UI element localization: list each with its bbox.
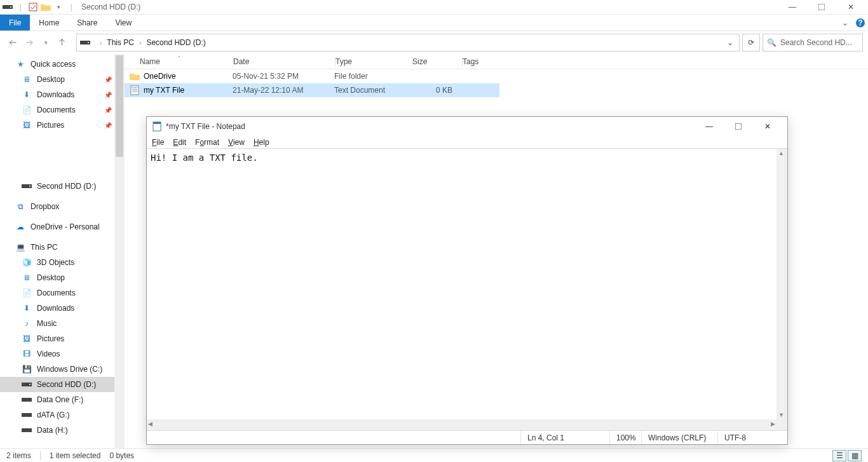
menu-format[interactable]: Format [195, 138, 219, 147]
minimize-button[interactable]: ― [695, 117, 724, 136]
ribbon: File Home Share View ⌄ ? [0, 15, 868, 31]
tab-view[interactable]: View [106, 15, 140, 31]
pin-icon: 📌 [104, 92, 112, 99]
sidebar-item-desktop[interactable]: 🖥Desktop [0, 270, 125, 285]
status-cursor-pos: Ln 4, Col 1 [520, 431, 609, 444]
col-size[interactable]: Size [412, 57, 462, 66]
sidebar-item-second-hdd[interactable]: Second HDD (D:) [0, 179, 125, 194]
file-date: 05-Nov-21 5:32 PM [233, 72, 334, 81]
search-input[interactable]: 🔍 Search Second HD... [763, 34, 863, 51]
maximize-button[interactable] [807, 0, 836, 15]
help-icon[interactable]: ? [853, 15, 868, 31]
table-row[interactable]: OneDrive 05-Nov-21 5:32 PM File folder [125, 69, 499, 83]
sidebar-item-documents[interactable]: 📄Documents📌 [0, 102, 125, 118]
qat-properties-icon[interactable] [28, 2, 38, 12]
view-details-button[interactable]: ☰ [832, 450, 846, 461]
nav-back-button[interactable]: 🡠 [5, 35, 20, 50]
tab-file[interactable]: File [0, 15, 30, 31]
sidebar-item-label: Second HDD (D:) [37, 182, 96, 191]
col-name[interactable]: Name˄ [140, 57, 233, 66]
close-button[interactable]: ✕ [836, 0, 865, 15]
sidebar-quick-access[interactable]: ★ Quick access [0, 57, 125, 72]
sidebar-item-label: Pictures [37, 334, 64, 343]
nav-tree: ★ Quick access 🖥Desktop📌 ⬇Downloads📌 📄Do… [0, 54, 125, 448]
breadcrumb-drive[interactable]: Second HDD (D:) [145, 38, 207, 47]
sidebar-item-label: Desktop [37, 273, 65, 282]
music-icon: ♪ [22, 318, 32, 329]
breadcrumb-sep[interactable]: › [96, 39, 105, 46]
sidebar-item-data-g[interactable]: dATA (G:) [0, 407, 125, 423]
resize-grip[interactable] [776, 419, 787, 430]
nav-up-button[interactable]: 🡡 [55, 35, 70, 50]
sidebar-item-downloads[interactable]: ⬇Downloads [0, 301, 125, 316]
sidebar-item-windows-drive[interactable]: 💾Windows Drive (C:) [0, 362, 125, 377]
sidebar-item-dropbox[interactable]: ⧉Dropbox [0, 199, 125, 214]
menu-edit[interactable]: Edit [173, 138, 186, 147]
svg-rect-3 [818, 4, 825, 10]
sidebar-item-label: Documents [37, 289, 76, 297]
svg-rect-7 [88, 42, 89, 43]
sidebar-item-pictures[interactable]: 🖼Pictures [0, 331, 125, 346]
notepad-text[interactable]: Hi! I am a TXT file. [151, 153, 776, 419]
qat-folder-icon[interactable] [41, 2, 51, 12]
status-zoom: 100% [609, 431, 641, 444]
sidebar-item-second-hdd[interactable]: Second HDD (D:) [0, 377, 125, 392]
view-large-button[interactable]: ▦ [848, 450, 862, 461]
sidebar-item-downloads[interactable]: ⬇Downloads📌 [0, 87, 125, 102]
notepad-window: *my TXT File - Notepad ― ✕ File Edit For… [146, 116, 788, 445]
document-icon: 📄 [22, 105, 32, 115]
menu-view[interactable]: View [228, 138, 245, 147]
address-dropdown-icon[interactable]: ⌄ [724, 38, 736, 47]
download-icon: ⬇ [22, 303, 32, 313]
col-type[interactable]: Type [336, 57, 412, 66]
sidebar-item-videos[interactable]: 🎞Videos [0, 346, 125, 362]
sidebar-item-pictures[interactable]: 🖼Pictures📌 [0, 118, 125, 133]
column-headers[interactable]: Name˄ Date Type Size Tags [125, 54, 868, 69]
svg-rect-11 [29, 384, 31, 385]
notepad-vscrollbar[interactable] [776, 149, 787, 419]
qat-dropdown-icon[interactable]: ▾ [53, 2, 64, 12]
notepad-hscrollbar[interactable] [147, 419, 776, 430]
drive-icon [22, 395, 32, 405]
col-tags[interactable]: Tags [463, 57, 868, 66]
download-icon: ⬇ [22, 90, 32, 100]
maximize-button[interactable] [724, 117, 753, 136]
nav-forward-button[interactable]: 🡢 [22, 35, 37, 50]
sidebar-item-label: Downloads [37, 304, 74, 313]
drive-icon [79, 37, 91, 48]
sidebar-item-label: Desktop [37, 75, 65, 84]
status-encoding: UTF-8 [717, 431, 787, 444]
notepad-editor[interactable]: Hi! I am a TXT file. [147, 149, 787, 430]
cube-icon: 🧊 [22, 257, 32, 268]
close-button[interactable]: ✕ [753, 117, 782, 136]
menu-file[interactable]: File [152, 138, 164, 147]
tab-home[interactable]: Home [30, 15, 68, 31]
col-date[interactable]: Date [233, 57, 335, 66]
tab-share[interactable]: Share [68, 15, 106, 31]
sidebar-item-data-one[interactable]: Data One (F:) [0, 392, 125, 407]
notepad-icon [152, 121, 162, 132]
nav-recent-dropdown[interactable]: ▾ [38, 35, 53, 50]
sidebar-item-desktop[interactable]: 🖥Desktop📌 [0, 72, 125, 87]
sidebar-item-documents[interactable]: 📄Documents [0, 285, 125, 301]
breadcrumb-this-pc[interactable]: This PC [105, 38, 135, 47]
picture-icon: 🖼 [22, 334, 32, 344]
address-bar[interactable]: › This PC › Second HDD (D:) ⌄ [76, 34, 740, 51]
sidebar-item-music[interactable]: ♪Music [0, 316, 125, 331]
breadcrumb-sep[interactable]: › [135, 39, 145, 46]
drive-icon [22, 425, 32, 435]
sidebar-item-3d-objects[interactable]: 🧊3D Objects [0, 255, 125, 270]
minimize-button[interactable]: ― [778, 0, 807, 15]
notepad-title-bar[interactable]: *my TXT File - Notepad ― ✕ [147, 117, 787, 136]
file-type: Text Document [334, 86, 410, 95]
refresh-button[interactable]: ⟳ [742, 34, 760, 51]
ribbon-collapse-icon[interactable]: ⌄ [837, 15, 853, 31]
notepad-title: *my TXT File - Notepad [166, 122, 245, 131]
menu-help[interactable]: Help [254, 138, 269, 147]
sidebar-scrollbar[interactable] [114, 54, 125, 448]
table-row[interactable]: my TXT File 21-May-22 12:10 AM Text Docu… [125, 83, 499, 97]
star-icon: ★ [15, 59, 25, 69]
sidebar-item-onedrive[interactable]: ☁OneDrive - Personal [0, 219, 125, 234]
sidebar-item-data-h[interactable]: Data (H:) [0, 423, 125, 438]
sidebar-this-pc[interactable]: 💻This PC [0, 240, 125, 255]
